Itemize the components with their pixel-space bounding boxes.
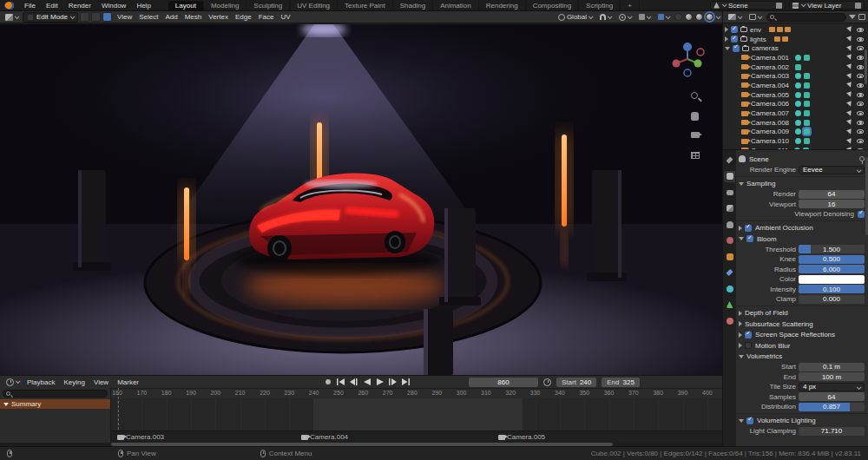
jump-to-end-button[interactable] [401, 378, 411, 387]
expand-icon[interactable] [725, 36, 728, 42]
visibility-toggle-icon[interactable] [857, 46, 864, 50]
blender-logo-icon[interactable] [4, 2, 15, 10]
editor-type-button[interactable] [3, 12, 21, 23]
selectable-toggle-icon[interactable] [846, 101, 853, 108]
vol-samples-field[interactable]: 64 [799, 392, 865, 401]
motion-blur-checkbox[interactable] [745, 342, 752, 349]
filter-icon[interactable] [849, 15, 856, 19]
selectable-toggle-icon[interactable] [846, 128, 853, 135]
tab-modifiers[interactable] [725, 268, 734, 278]
ao-checkbox[interactable] [745, 225, 752, 232]
mode-dropdown[interactable]: Edit Mode [23, 12, 78, 23]
section-ambient-occlusion[interactable]: Ambient Occlusion [739, 223, 865, 234]
vol-end-field[interactable]: 100 m [799, 372, 865, 381]
visibility-toggle-icon[interactable] [857, 65, 864, 69]
timeline-marker[interactable]: Camera.003 [117, 433, 164, 441]
frame-end-field[interactable]: End325 [602, 378, 640, 387]
new-scene-icon[interactable] [776, 3, 782, 9]
timeline-ruler[interactable]: 1601701801902002102202302402502602702802… [111, 388, 722, 398]
jump-to-start-button[interactable] [336, 378, 345, 387]
material-shading-button[interactable] [695, 13, 703, 21]
scene-selector[interactable]: Scene [710, 1, 786, 10]
bloom-color-swatch[interactable] [799, 275, 865, 284]
zoom-tool-icon[interactable] [691, 92, 703, 104]
visibility-toggle-icon[interactable] [857, 37, 864, 42]
section-motion-blur[interactable]: Motion Blur [739, 340, 865, 352]
bloom-knee-slider[interactable]: 0.500 [799, 255, 865, 264]
timeline-menu-item[interactable]: View [90, 378, 112, 386]
3d-viewport[interactable] [0, 24, 722, 375]
bloom-intensity-slider[interactable]: 0.100 [799, 285, 865, 293]
visibility-toggle-icon[interactable] [857, 56, 864, 60]
camera-row[interactable]: Camera.004 [723, 81, 868, 90]
selectable-toggle-icon[interactable] [846, 138, 853, 145]
workspace-tab[interactable]: Texture Paint [338, 1, 393, 10]
sampling-render-field[interactable]: 64 [799, 190, 865, 199]
viewport-menu-item[interactable]: UV [277, 13, 293, 21]
visibility-toggle-icon[interactable] [857, 102, 864, 106]
navigation-gizmo[interactable] [668, 40, 707, 78]
section-volumetric-lighting[interactable]: Volumetric Lighting [739, 416, 865, 427]
workspace-tab[interactable]: Sculpting [247, 1, 290, 10]
selectable-toggle-icon[interactable] [846, 119, 853, 126]
timeline-marker[interactable]: Camera.004 [301, 433, 348, 441]
tab-material[interactable] [725, 316, 734, 325]
light-clamping-field[interactable]: 71.710 [799, 427, 865, 436]
camera-row[interactable]: Camera.009 [723, 128, 868, 137]
section-volumetrics[interactable]: Volumetrics [739, 352, 865, 363]
bloom-threshold-slider[interactable]: 1.500 [799, 245, 865, 253]
viewport-menu-item[interactable]: View [114, 13, 135, 21]
tab-scene[interactable] [725, 220, 734, 229]
topbar-menu-item[interactable]: Edit [41, 1, 63, 10]
channel-search-input[interactable] [3, 390, 108, 398]
preview-range-icon[interactable] [543, 378, 551, 386]
viewport-menu-item[interactable]: Select [135, 13, 161, 21]
collection-checkbox[interactable] [731, 36, 738, 43]
visibility-toggle-icon[interactable] [857, 139, 864, 143]
transform-orientation-dropdown[interactable]: Global [556, 12, 595, 23]
topbar-menu-item[interactable]: Window [96, 1, 131, 10]
wireframe-shading-button[interactable] [674, 13, 682, 21]
timeline-menu-item[interactable]: Marker [114, 378, 142, 386]
workspace-tab[interactable]: Layout [168, 1, 204, 10]
edge-select-button[interactable] [91, 12, 101, 22]
workspace-tab[interactable]: Rendering [479, 1, 526, 10]
auto-key-button[interactable] [323, 378, 332, 387]
pin-icon[interactable] [859, 156, 865, 161]
viewport-menu-item[interactable]: Face [255, 13, 278, 21]
camera-view-icon[interactable] [691, 132, 703, 144]
selectable-toggle-icon[interactable] [846, 82, 853, 89]
proportional-editing-toggle[interactable] [616, 12, 634, 23]
view-layer-selector[interactable]: View Layer [789, 1, 865, 10]
ssr-checkbox[interactable] [745, 332, 752, 338]
tab-world[interactable] [725, 236, 734, 246]
vol-lighting-checkbox[interactable] [746, 417, 753, 424]
viewport-menu-item[interactable]: Vertex [205, 13, 232, 21]
vertex-select-button[interactable] [80, 12, 89, 22]
workspace-tab[interactable]: + [621, 1, 640, 10]
topbar-menu-item[interactable]: Render [63, 1, 96, 10]
visibility-toggle-icon[interactable] [857, 28, 864, 32]
selectable-toggle-icon[interactable] [846, 26, 853, 33]
vol-distribution-slider[interactable]: 0.857 [799, 403, 865, 411]
gizmos-dropdown[interactable] [636, 12, 653, 23]
bloom-clamp-slider[interactable]: 0.000 [799, 295, 865, 304]
outliner-editor-type-button[interactable] [726, 12, 744, 23]
timeline-editor-type-button[interactable] [3, 377, 22, 387]
tab-output[interactable] [725, 187, 734, 197]
selectable-toggle-icon[interactable] [846, 36, 853, 43]
denoising-checkbox[interactable] [858, 211, 865, 218]
display-mode-dropdown[interactable] [746, 12, 764, 23]
expand-icon[interactable] [725, 27, 728, 32]
section-screen-space-reflections[interactable]: Screen Space Reflections [739, 330, 865, 341]
visibility-toggle-icon[interactable] [857, 74, 864, 78]
current-frame-field[interactable]: 860 [469, 378, 538, 387]
dopesheet-keyframe-area[interactable] [111, 398, 722, 430]
camera-row[interactable]: Camera.010 [723, 136, 868, 146]
selectable-toggle-icon[interactable] [846, 73, 853, 80]
outliner-search-input[interactable] [766, 13, 846, 22]
collection-row-cameras[interactable]: cameras [723, 43, 868, 53]
workspace-tab[interactable]: Scripting [579, 1, 621, 10]
bloom-radius-slider[interactable]: 6.000 [799, 265, 865, 273]
new-view-layer-icon[interactable] [855, 3, 861, 9]
